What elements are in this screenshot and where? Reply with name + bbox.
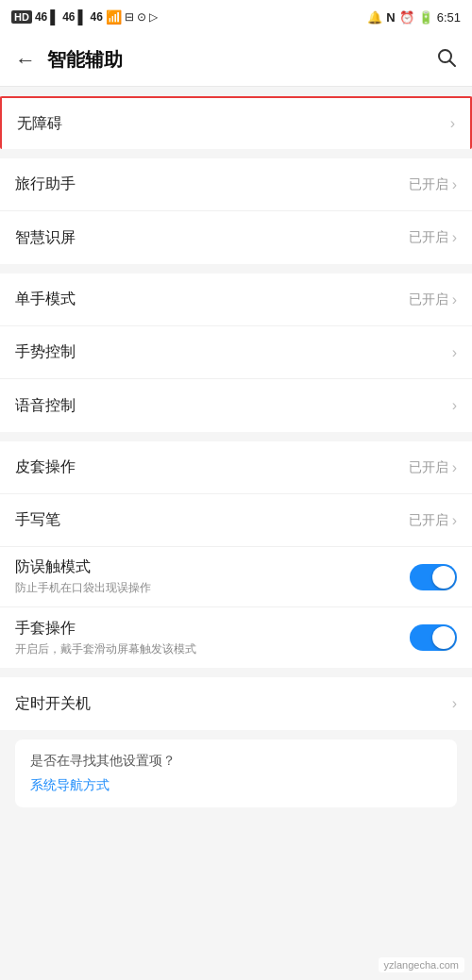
anti-mistouch-toggle[interactable] (410, 564, 457, 590)
hd-label: HD (11, 10, 32, 24)
item-title: 智慧识屏 (15, 228, 76, 248)
item-left: 皮套操作 (15, 457, 76, 477)
section-control: 单手模式 已开启 › 手势控制 › 语音控制 › (0, 274, 472, 432)
item-right: › (452, 344, 457, 361)
item-status: 已开启 (409, 176, 448, 193)
item-subtitle: 防止手机在口袋出现误操作 (15, 580, 151, 596)
tip-card-text: 是否在寻找其他设置项？ (30, 753, 442, 770)
alarm-icon: ⏰ (399, 10, 414, 25)
chevron-icon: › (452, 291, 457, 308)
item-status: 已开启 (409, 512, 448, 529)
section-accessories: 皮套操作 已开启 › 手写笔 已开启 › 防误触模式 防止手机在口袋出现误操作 … (0, 441, 472, 668)
item-title: 无障碍 (17, 114, 62, 134)
item-right (410, 624, 457, 651)
list-item-anti-mistouch[interactable]: 防误触模式 防止手机在口袋出现误操作 (0, 547, 472, 607)
status-right: 🔔 N ⏰ 🔋 6:51 (367, 10, 461, 25)
list-item-case-operation[interactable]: 皮套操作 已开启 › (0, 441, 472, 494)
list-item-smart-screen[interactable]: 智慧识屏 已开启 › (0, 211, 472, 264)
item-left: 手势控制 (15, 342, 76, 362)
chevron-icon: › (450, 115, 455, 132)
item-title: 皮套操作 (15, 457, 76, 477)
status-bar: HD 46 ▌ 46 ▌ 46 📶 ⊟ ⊙ ▷ 🔔 N ⏰ 🔋 6:51 (0, 0, 472, 34)
signal-icon-1: ▌ (50, 9, 59, 25)
list-item-timer-switch[interactable]: 定时开关机 › (0, 677, 472, 730)
wifi-icon: 📶 (106, 9, 122, 25)
item-title: 定时开关机 (15, 694, 91, 714)
page-title: 智能辅助 (47, 47, 436, 73)
item-left: 手套操作 开启后，戴手套滑动屏幕触发该模式 (15, 619, 196, 657)
item-title: 旅行助手 (15, 174, 76, 194)
status-left: HD 46 ▌ 46 ▌ 46 📶 ⊟ ⊙ ▷ (11, 9, 158, 25)
network-4g-1: 46 (35, 10, 47, 24)
item-title: 语音控制 (15, 396, 76, 416)
chevron-icon: › (452, 512, 457, 529)
back-button[interactable]: ← (15, 48, 36, 73)
chevron-icon: › (452, 459, 457, 476)
list-item-travel-assistant[interactable]: 旅行助手 已开启 › (0, 158, 472, 211)
list-item-glove-mode[interactable]: 手套操作 开启后，戴手套滑动屏幕触发该模式 (0, 607, 472, 668)
item-left: 防误触模式 防止手机在口袋出现误操作 (15, 557, 151, 596)
item-right: › (450, 115, 455, 132)
item-left: 语音控制 (15, 396, 76, 416)
n-icon: N (386, 10, 395, 25)
item-right: 已开启 › (409, 291, 457, 308)
list-item-one-hand[interactable]: 单手模式 已开启 › (0, 274, 472, 326)
item-title: 手写笔 (15, 510, 60, 530)
item-left: 旅行助手 (15, 174, 76, 194)
section-timer: 定时开关机 › (0, 677, 472, 730)
item-status: 已开启 (409, 291, 448, 308)
item-title: 防误触模式 (15, 557, 151, 577)
item-right: 已开启 › (409, 229, 457, 246)
section-travel: 旅行助手 已开启 › 智慧识屏 已开启 › (0, 158, 472, 264)
item-title: 手势控制 (15, 342, 76, 362)
item-title: 单手模式 (15, 290, 76, 309)
chevron-icon: › (452, 344, 457, 361)
item-status: 已开启 (409, 229, 448, 246)
item-right: 已开启 › (409, 176, 457, 193)
list-item-voice-control[interactable]: 语音控制 › (0, 379, 472, 432)
chevron-icon: › (452, 695, 457, 712)
list-item-stylus[interactable]: 手写笔 已开启 › (0, 494, 472, 547)
watermark: yzlangecha.com (379, 957, 465, 972)
network-4g-2: 46 (62, 10, 75, 24)
item-title: 手套操作 (15, 619, 196, 639)
item-left: 定时开关机 (15, 694, 91, 714)
more-icon: ▷ (149, 10, 158, 24)
svg-line-1 (450, 60, 456, 66)
item-left: 智慧识屏 (15, 228, 76, 248)
item-status: 已开启 (409, 459, 448, 476)
network-4g-3: 46 (90, 10, 102, 24)
signal-icon-2: ▌ (78, 9, 88, 25)
chevron-icon: › (452, 229, 457, 246)
glove-mode-toggle[interactable] (410, 624, 457, 651)
item-right (410, 564, 457, 590)
item-right: 已开启 › (409, 459, 457, 476)
chevron-icon: › (452, 176, 457, 193)
item-right: › (452, 695, 457, 712)
battery-icon: 🔋 (418, 10, 433, 25)
chevron-icon: › (452, 397, 457, 414)
section-accessibility: 无障碍 › (0, 96, 472, 149)
tip-card: 是否在寻找其他设置项？ 系统导航方式 (15, 739, 457, 807)
list-item-gesture-control[interactable]: 手势控制 › (0, 326, 472, 379)
item-left: 手写笔 (15, 510, 60, 530)
tip-card-link[interactable]: 系统导航方式 (30, 777, 442, 794)
header: ← 智能辅助 (0, 34, 472, 87)
extra-icons: ⊟ ⊙ (125, 10, 146, 24)
time-display: 6:51 (437, 10, 461, 25)
item-right: › (452, 397, 457, 414)
search-button[interactable] (436, 47, 457, 74)
item-right: 已开启 › (409, 512, 457, 529)
item-left: 无障碍 (17, 114, 62, 134)
notification-icon: 🔔 (367, 10, 382, 25)
item-left: 单手模式 (15, 290, 76, 309)
list-item-accessibility[interactable]: 无障碍 › (0, 96, 472, 149)
item-subtitle: 开启后，戴手套滑动屏幕触发该模式 (15, 641, 196, 657)
